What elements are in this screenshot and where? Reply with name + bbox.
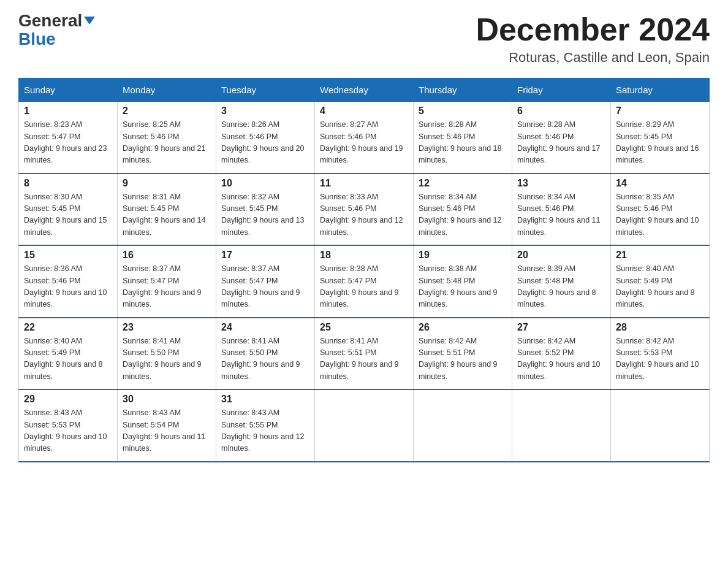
calendar-cell: 3Sunrise: 8:26 AMSunset: 5:46 PMDaylight…	[216, 102, 315, 174]
day-number: 24	[221, 322, 309, 333]
calendar-cell: 17Sunrise: 8:37 AMSunset: 5:47 PMDayligh…	[216, 245, 315, 318]
calendar-cell: 16Sunrise: 8:37 AMSunset: 5:47 PMDayligh…	[118, 245, 216, 318]
day-number: 28	[616, 322, 704, 333]
calendar-week-5: 29Sunrise: 8:43 AMSunset: 5:53 PMDayligh…	[19, 389, 710, 462]
day-info: Sunrise: 8:37 AMSunset: 5:47 PMDaylight:…	[123, 263, 211, 311]
calendar-cell	[315, 389, 414, 462]
day-info: Sunrise: 8:43 AMSunset: 5:54 PMDaylight:…	[123, 407, 211, 455]
day-info: Sunrise: 8:32 AMSunset: 5:45 PMDaylight:…	[221, 191, 309, 239]
day-number: 29	[24, 394, 112, 405]
day-info: Sunrise: 8:42 AMSunset: 5:52 PMDaylight:…	[517, 335, 605, 383]
calendar-cell: 11Sunrise: 8:33 AMSunset: 5:46 PMDayligh…	[315, 174, 414, 246]
calendar-week-2: 8Sunrise: 8:30 AMSunset: 5:45 PMDaylight…	[19, 174, 710, 246]
day-info: Sunrise: 8:34 AMSunset: 5:46 PMDaylight:…	[517, 191, 605, 239]
calendar-cell: 5Sunrise: 8:28 AMSunset: 5:46 PMDaylight…	[414, 102, 512, 174]
day-number: 5	[419, 105, 507, 117]
day-info: Sunrise: 8:37 AMSunset: 5:47 PMDaylight:…	[221, 263, 309, 311]
day-info: Sunrise: 8:29 AMSunset: 5:45 PMDaylight:…	[616, 119, 704, 167]
day-number: 21	[616, 250, 704, 261]
title-block: December 2024 Roturas, Castille and Leon…	[476, 12, 710, 66]
calendar-cell: 28Sunrise: 8:42 AMSunset: 5:53 PMDayligh…	[611, 318, 710, 390]
day-number: 18	[320, 250, 408, 261]
calendar-cell: 15Sunrise: 8:36 AMSunset: 5:46 PMDayligh…	[19, 245, 118, 318]
calendar-cell: 14Sunrise: 8:35 AMSunset: 5:46 PMDayligh…	[611, 174, 710, 246]
day-number: 13	[517, 178, 605, 189]
day-number: 20	[517, 250, 605, 261]
day-number: 4	[320, 105, 408, 117]
day-info: Sunrise: 8:36 AMSunset: 5:46 PMDaylight:…	[24, 263, 112, 311]
calendar-week-3: 15Sunrise: 8:36 AMSunset: 5:46 PMDayligh…	[19, 245, 710, 318]
day-number: 26	[419, 322, 507, 333]
day-info: Sunrise: 8:35 AMSunset: 5:46 PMDaylight:…	[616, 191, 704, 239]
calendar-cell: 13Sunrise: 8:34 AMSunset: 5:46 PMDayligh…	[512, 174, 611, 246]
calendar-cell: 6Sunrise: 8:28 AMSunset: 5:46 PMDaylight…	[512, 102, 611, 174]
day-info: Sunrise: 8:38 AMSunset: 5:48 PMDaylight:…	[419, 263, 507, 311]
day-info: Sunrise: 8:41 AMSunset: 5:50 PMDaylight:…	[123, 335, 211, 383]
day-number: 11	[320, 178, 408, 189]
day-info: Sunrise: 8:27 AMSunset: 5:46 PMDaylight:…	[320, 119, 408, 167]
day-info: Sunrise: 8:41 AMSunset: 5:51 PMDaylight:…	[320, 335, 408, 383]
logo: General Blue	[18, 12, 95, 49]
calendar-cell: 26Sunrise: 8:42 AMSunset: 5:51 PMDayligh…	[414, 318, 512, 390]
header-cell-friday: Friday	[512, 79, 611, 102]
logo-line2: Blue	[18, 29, 56, 49]
header-cell-tuesday: Tuesday	[216, 79, 315, 102]
calendar-cell: 25Sunrise: 8:41 AMSunset: 5:51 PMDayligh…	[315, 318, 414, 390]
day-number: 30	[123, 394, 211, 405]
day-number: 10	[221, 178, 309, 189]
calendar-cell: 12Sunrise: 8:34 AMSunset: 5:46 PMDayligh…	[414, 174, 512, 246]
page-header: General Blue December 2024 Roturas, Cast…	[18, 12, 710, 66]
day-info: Sunrise: 8:41 AMSunset: 5:50 PMDaylight:…	[221, 335, 309, 383]
day-info: Sunrise: 8:31 AMSunset: 5:45 PMDaylight:…	[123, 191, 211, 239]
day-info: Sunrise: 8:43 AMSunset: 5:55 PMDaylight:…	[221, 407, 309, 455]
day-info: Sunrise: 8:30 AMSunset: 5:45 PMDaylight:…	[24, 191, 112, 239]
header-cell-sunday: Sunday	[19, 79, 118, 102]
day-number: 16	[123, 250, 211, 261]
day-number: 25	[320, 322, 408, 333]
day-number: 6	[517, 105, 605, 117]
day-number: 17	[221, 250, 309, 261]
day-number: 9	[123, 178, 211, 189]
calendar-header-row: SundayMondayTuesdayWednesdayThursdayFrid…	[19, 79, 710, 102]
logo-text: General	[18, 12, 95, 29]
day-info: Sunrise: 8:42 AMSunset: 5:51 PMDaylight:…	[419, 335, 507, 383]
calendar-cell	[414, 389, 512, 462]
calendar-table: SundayMondayTuesdayWednesdayThursdayFrid…	[18, 78, 710, 462]
day-number: 23	[123, 322, 211, 333]
day-number: 7	[616, 105, 704, 117]
day-number: 8	[24, 178, 112, 189]
day-info: Sunrise: 8:25 AMSunset: 5:46 PMDaylight:…	[123, 119, 211, 167]
calendar-cell: 18Sunrise: 8:38 AMSunset: 5:47 PMDayligh…	[315, 245, 414, 318]
day-number: 22	[24, 322, 112, 333]
calendar-cell: 23Sunrise: 8:41 AMSunset: 5:50 PMDayligh…	[118, 318, 216, 390]
calendar-cell: 9Sunrise: 8:31 AMSunset: 5:45 PMDaylight…	[118, 174, 216, 246]
calendar-cell: 30Sunrise: 8:43 AMSunset: 5:54 PMDayligh…	[118, 389, 216, 462]
day-info: Sunrise: 8:28 AMSunset: 5:46 PMDaylight:…	[517, 119, 605, 167]
calendar-cell: 29Sunrise: 8:43 AMSunset: 5:53 PMDayligh…	[19, 389, 118, 462]
day-number: 2	[123, 105, 211, 117]
day-info: Sunrise: 8:40 AMSunset: 5:49 PMDaylight:…	[24, 335, 112, 383]
day-number: 19	[419, 250, 507, 261]
calendar-cell: 4Sunrise: 8:27 AMSunset: 5:46 PMDaylight…	[315, 102, 414, 174]
day-info: Sunrise: 8:34 AMSunset: 5:46 PMDaylight:…	[419, 191, 507, 239]
day-info: Sunrise: 8:26 AMSunset: 5:46 PMDaylight:…	[221, 119, 309, 167]
header-cell-monday: Monday	[118, 79, 216, 102]
calendar-cell: 8Sunrise: 8:30 AMSunset: 5:45 PMDaylight…	[19, 174, 118, 246]
header-cell-thursday: Thursday	[414, 79, 512, 102]
day-number: 3	[221, 105, 309, 117]
calendar-cell: 2Sunrise: 8:25 AMSunset: 5:46 PMDaylight…	[118, 102, 216, 174]
day-info: Sunrise: 8:28 AMSunset: 5:46 PMDaylight:…	[419, 119, 507, 167]
header-cell-saturday: Saturday	[611, 79, 710, 102]
calendar-cell: 20Sunrise: 8:39 AMSunset: 5:48 PMDayligh…	[512, 245, 611, 318]
calendar-cell: 31Sunrise: 8:43 AMSunset: 5:55 PMDayligh…	[216, 389, 315, 462]
day-number: 14	[616, 178, 704, 189]
day-info: Sunrise: 8:42 AMSunset: 5:53 PMDaylight:…	[616, 335, 704, 383]
calendar-body: 1Sunrise: 8:23 AMSunset: 5:47 PMDaylight…	[19, 102, 710, 462]
calendar-cell: 27Sunrise: 8:42 AMSunset: 5:52 PMDayligh…	[512, 318, 611, 390]
calendar-cell: 24Sunrise: 8:41 AMSunset: 5:50 PMDayligh…	[216, 318, 315, 390]
day-info: Sunrise: 8:43 AMSunset: 5:53 PMDaylight:…	[24, 407, 112, 455]
calendar-cell: 10Sunrise: 8:32 AMSunset: 5:45 PMDayligh…	[216, 174, 315, 246]
day-number: 1	[24, 105, 112, 117]
day-info: Sunrise: 8:33 AMSunset: 5:46 PMDaylight:…	[320, 191, 408, 239]
day-number: 15	[24, 250, 112, 261]
